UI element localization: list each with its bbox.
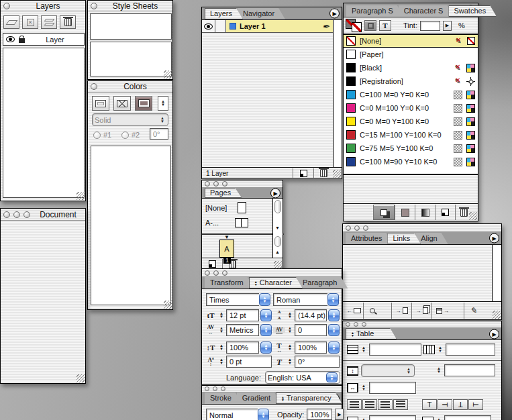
blend-angle-field[interactable]: 0° [150, 128, 168, 140]
font-style-stepper[interactable] [327, 293, 339, 306]
zoom-button[interactable] [363, 225, 368, 231]
blend-mode-stepper[interactable] [258, 409, 269, 420]
resize-grip[interactable] [493, 311, 501, 319]
skew-field[interactable]: 0° [295, 356, 340, 368]
horizontal-scale-field[interactable]: 100% [295, 342, 327, 354]
tab-swatches[interactable]: Swatches [448, 5, 497, 17]
tab-pages[interactable]: Pages [205, 188, 242, 198]
page-1-icon[interactable]: A [219, 240, 234, 258]
scroll-up-icon[interactable]: ▲ [275, 250, 280, 254]
tint-slider-button[interactable] [443, 21, 452, 31]
rotate-90-button[interactable]: T [438, 399, 452, 410]
zoom-button[interactable] [222, 181, 227, 187]
scrollbar[interactable] [333, 20, 342, 167]
tab-paragraph-styles[interactable]: Paragraph S [346, 5, 404, 17]
columns-field[interactable] [446, 344, 495, 356]
kerning-field[interactable]: Metrics [226, 324, 259, 336]
pages-scrollbar[interactable]: ▼ ▲ [272, 199, 283, 259]
relink-button[interactable]: ← [344, 303, 363, 319]
close-button[interactable] [205, 386, 209, 391]
resize-grip[interactable] [164, 301, 172, 309]
swatch-row-cyan[interactable]: C=100 M=0 Y=0 K=0 [344, 88, 478, 101]
tracking-field[interactable]: 0 [295, 324, 327, 336]
vertical-scale-field[interactable]: 100% [226, 342, 259, 354]
zoom-button[interactable] [221, 386, 225, 391]
language-dropdown[interactable]: English: USA [265, 371, 340, 384]
go-to-link-button[interactable] [363, 303, 380, 319]
stepper[interactable] [360, 346, 367, 353]
stepper[interactable] [287, 344, 293, 351]
save-link-button[interactable]: → [431, 303, 453, 319]
stepper[interactable] [218, 344, 225, 351]
close-button[interactable] [3, 211, 10, 218]
tab-gradient[interactable]: Gradient [237, 392, 281, 404]
rotate-180-button[interactable]: T [453, 399, 468, 410]
stepper[interactable] [437, 346, 444, 353]
swatch-row-green[interactable]: C=75 M=5 Y=100 K=0 [344, 142, 478, 155]
rows-field[interactable] [369, 344, 421, 356]
close-button[interactable] [205, 270, 210, 276]
layer-list[interactable] [3, 48, 85, 198]
tab-align[interactable]: Align [415, 233, 448, 244]
tab-transparency[interactable]: Transparency [276, 392, 342, 404]
rotate-270-button[interactable]: T [468, 399, 483, 410]
frame-color-button[interactable] [92, 96, 109, 111]
close-button[interactable] [346, 225, 351, 231]
resize-grip[interactable] [76, 374, 85, 382]
merge-layers-button[interactable] [41, 15, 57, 29]
blend-mode-combo[interactable]: Normal [206, 409, 269, 420]
minimize-button[interactable] [354, 225, 360, 231]
layer-list-header[interactable]: Layer [3, 33, 85, 46]
align-center-button[interactable] [362, 399, 377, 410]
tab-attributes[interactable]: Attributes [346, 233, 393, 244]
palette-menu-button[interactable] [489, 233, 499, 244]
stepper[interactable] [287, 358, 293, 365]
swatch-row-yellow[interactable]: C=0 M=0 Y=100 K=0 [344, 115, 478, 128]
tab-navigator[interactable]: Navigator [238, 8, 285, 19]
font-size-menu[interactable] [260, 309, 272, 321]
opacity-field[interactable]: 100% [307, 409, 332, 420]
font-family-value[interactable]: Times [206, 293, 259, 306]
vertical-scale-menu[interactable] [260, 342, 272, 354]
show-color-swatches-button[interactable] [395, 205, 415, 220]
kerning-menu[interactable] [260, 324, 272, 336]
blend-radio-1[interactable]: #1 [93, 131, 111, 139]
tab-paragraph[interactable]: Paragraph [297, 277, 348, 288]
tab-table[interactable]: Table [346, 328, 397, 339]
palette-menu-button[interactable] [270, 188, 280, 198]
stepper[interactable] [436, 367, 442, 374]
pen-lock-cell[interactable] [215, 20, 226, 32]
layer-row[interactable]: Layer 1 [202, 20, 333, 33]
resize-grip[interactable] [333, 170, 341, 178]
visibility-cell[interactable] [202, 20, 215, 32]
swatch-row-paper[interactable]: [Paper] [344, 48, 478, 61]
tab-character-styles[interactable]: Character S [399, 5, 454, 17]
font-family-stepper[interactable] [259, 293, 270, 306]
stepper[interactable] [287, 312, 293, 319]
resize-grip[interactable] [164, 70, 172, 78]
minimize-button[interactable] [13, 211, 20, 218]
stepper[interactable] [360, 384, 367, 391]
leading-field[interactable]: (14.4 pt) [295, 309, 327, 321]
swatch-row-registration[interactable]: [Registration] [344, 74, 478, 88]
edit-original-button[interactable]: ✎ [464, 303, 482, 319]
blend-radio-2[interactable]: #2 [121, 131, 140, 139]
zoom-button[interactable] [362, 322, 366, 327]
inset-left-field[interactable] [444, 415, 491, 420]
minimize-button[interactable] [354, 322, 358, 327]
character-styles-list[interactable] [90, 42, 172, 76]
colors-list[interactable] [91, 146, 171, 305]
scroll-thumb[interactable] [274, 200, 281, 213]
baseline-shift-field[interactable]: 0 pt [226, 356, 272, 368]
leading-menu[interactable] [328, 309, 340, 321]
update-link-button[interactable]: → [391, 303, 411, 319]
close-button[interactable] [3, 3, 10, 9]
blend-mode-value[interactable]: Normal [206, 409, 258, 420]
tab-character[interactable]: Character [249, 277, 303, 288]
new-page-button[interactable] [202, 259, 222, 269]
font-family-combo[interactable]: Times [206, 293, 270, 306]
new-swatch-button[interactable] [435, 205, 455, 220]
text-color-button[interactable]: T [379, 20, 391, 31]
rotate-0-button[interactable]: T [422, 399, 437, 410]
move-item-to-layer-button[interactable]: ✕ [22, 15, 38, 29]
